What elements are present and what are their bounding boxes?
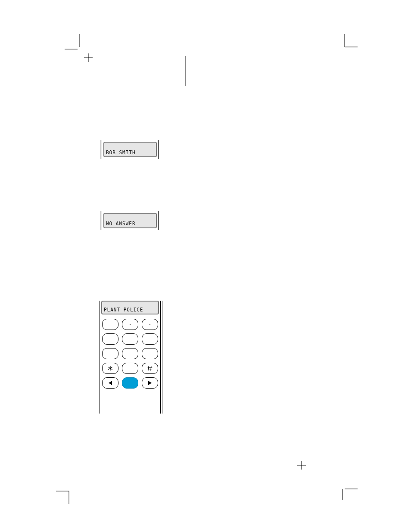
key-7[interactable] — [102, 348, 118, 359]
crop-mark-top-left — [65, 34, 95, 64]
lcd-display-1: BOB SMITH — [100, 140, 160, 159]
key-8[interactable] — [122, 348, 138, 359]
key-0[interactable] — [122, 363, 138, 374]
key-star[interactable] — [102, 363, 118, 374]
crop-mark-top-center — [172, 56, 198, 90]
crop-mark-bottom-right-inner — [297, 461, 327, 491]
key-5[interactable] — [122, 333, 138, 345]
keypad-frame-right — [160, 301, 162, 414]
hash-icon — [147, 365, 153, 371]
arrow-left-icon — [109, 381, 112, 385]
key-1[interactable] — [102, 319, 118, 330]
lcd2-frame-left — [100, 211, 102, 230]
key-3-dot-icon — [149, 324, 150, 325]
lcd1-text: BOB SMITH — [106, 149, 136, 156]
key-2-dot-icon — [130, 324, 131, 325]
key-ptt[interactable] — [122, 377, 138, 389]
crop-mark-bottom-left — [56, 478, 82, 504]
key-9[interactable] — [142, 348, 158, 359]
lcd1-frame-left — [100, 140, 102, 159]
asterisk-icon — [107, 365, 113, 371]
lcd1-screen: BOB SMITH — [103, 142, 157, 157]
key-3[interactable] — [142, 319, 158, 330]
lcd2-screen: NO ANSWER — [103, 213, 157, 228]
arrow-right-icon — [148, 381, 152, 385]
key-left[interactable] — [102, 377, 118, 389]
key-6[interactable] — [142, 333, 158, 345]
keypad-module: PLANT POLICE — [98, 301, 162, 414]
keypad-body: PLANT POLICE — [101, 301, 159, 414]
lcd2-frame-right — [158, 211, 160, 230]
keypad-frame-left — [98, 301, 100, 414]
crop-mark-bottom-right — [327, 478, 358, 500]
lcd2-text: NO ANSWER — [106, 220, 136, 227]
key-4[interactable] — [102, 333, 118, 345]
crop-mark-top-right — [332, 34, 358, 60]
keypad-screen-text: PLANT POLICE — [104, 306, 143, 313]
key-right[interactable] — [142, 377, 158, 389]
keypad-grid — [101, 319, 159, 389]
lcd1-frame-right — [158, 140, 160, 159]
key-hash[interactable] — [142, 363, 158, 374]
key-2[interactable] — [122, 319, 138, 330]
lcd-display-2: NO ANSWER — [100, 211, 160, 230]
keypad-screen: PLANT POLICE — [101, 301, 159, 314]
